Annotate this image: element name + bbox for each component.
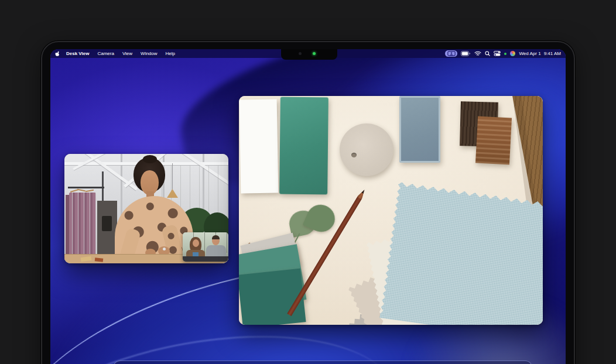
spotlight-search-icon[interactable] — [485, 51, 490, 56]
brown-wood-sample — [475, 116, 512, 165]
camera-notch — [281, 49, 337, 60]
battery-icon[interactable] — [461, 51, 471, 56]
pip-man-hair — [212, 235, 220, 239]
blue-gray-tile-sample — [399, 96, 440, 163]
clothes-rack-bar — [68, 187, 104, 188]
continuity-camera-indicator-icon[interactable] — [445, 50, 457, 57]
wifi-icon[interactable] — [474, 51, 481, 56]
menu-bar-clock[interactable]: Wed Apr 1 9:41 AM — [519, 51, 561, 56]
menu-help[interactable]: Help — [162, 51, 179, 56]
bottom-edge-window[interactable] — [113, 360, 532, 364]
profile-color-icon[interactable] — [510, 51, 515, 56]
blue-fabric-swatch — [379, 182, 543, 325]
apple-logo-icon[interactable] — [55, 51, 60, 57]
time-label: 9:41 AM — [544, 51, 561, 56]
date-label: Wed Apr 1 — [519, 51, 540, 56]
control-center-icon[interactable] — [494, 51, 501, 56]
pendant-lamp-cord — [172, 163, 173, 190]
camera-active-indicator — [313, 52, 316, 55]
cabinet-panel — [102, 216, 112, 231]
desk-view-window[interactable] — [239, 96, 543, 325]
teal-tile-sample — [279, 97, 328, 195]
camera-lens — [299, 52, 302, 55]
hanging-garment-pleated — [69, 193, 96, 263]
pip-woman-face — [193, 239, 199, 247]
macbook-bezel: Desk View Camera View Window Help — [41, 41, 575, 364]
facetime-pip-tile[interactable] — [183, 232, 228, 262]
presenter-ring — [163, 248, 166, 250]
felt-disc-hole — [351, 153, 357, 157]
desktop-screen: Desk View Camera View Window Help — [50, 49, 566, 364]
menu-window[interactable]: Window — [136, 51, 161, 56]
dark-teal-paint-chip — [239, 269, 306, 325]
felt-disc-sample — [340, 123, 393, 176]
menu-view[interactable]: View — [118, 51, 136, 56]
menu-app-desk-view[interactable]: Desk View — [62, 51, 93, 56]
facetime-call-window[interactable] — [64, 154, 228, 263]
menu-camera[interactable]: Camera — [93, 51, 118, 56]
status-green-dot — [504, 53, 507, 55]
presenter-hair-bun — [143, 155, 157, 163]
white-tile-sample — [239, 99, 279, 193]
studio-cabinet — [97, 201, 117, 263]
fabric-swatch-fan — [350, 184, 543, 325]
pip-desk-edge — [183, 256, 228, 262]
screenshot-stage: Desk View Camera View Window Help — [0, 0, 616, 364]
